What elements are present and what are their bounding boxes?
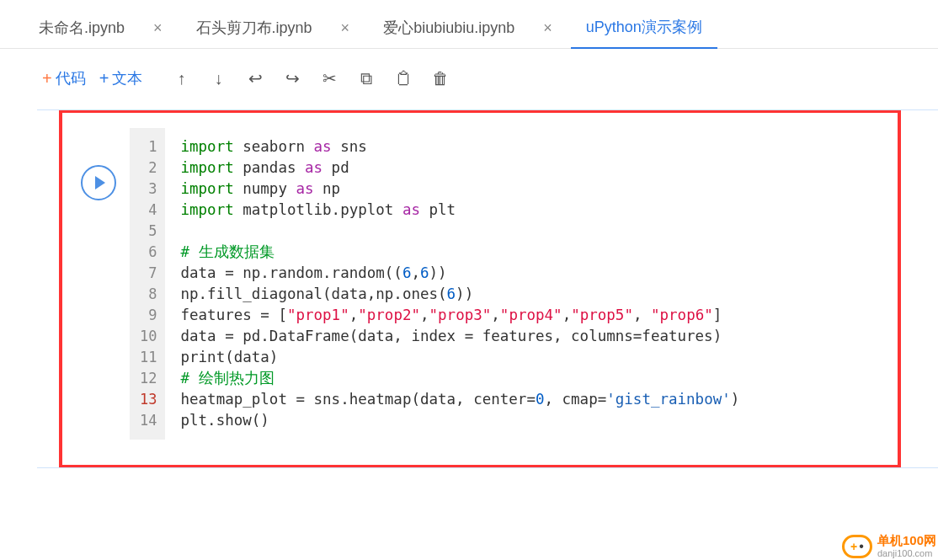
trash-icon: 🗑︎ [432,69,449,88]
move-down-button[interactable]: ↓ [201,63,235,93]
watermark-logo-icon [842,535,872,558]
add-code-label: 代码 [56,68,86,88]
run-button[interactable] [81,165,116,200]
paste-button[interactable]: 📋︎ [386,63,420,93]
code-area: 1234567891011121314 import seaborn as sn… [130,128,889,440]
plus-icon: + [99,69,109,88]
delete-button[interactable]: 🗑︎ [424,63,457,93]
close-icon[interactable]: × [150,19,166,37]
code-cell[interactable]: 1234567891011121314 import seaborn as sn… [59,109,901,468]
move-up-button[interactable]: ↑ [164,63,198,93]
arrow-up-icon: ↑ [177,69,185,88]
undo-icon: ↩ [248,68,263,88]
watermark-text-cn: 单机100网 [877,534,936,548]
watermark-text-en: danji100.com [877,548,936,558]
redo-icon: ↪ [285,68,300,88]
tab-3[interactable]: uPython演示案例 [571,7,717,49]
add-text-button[interactable]: + 文本 [94,65,148,92]
undo-button[interactable]: ↩ [238,63,272,93]
line-gutter: 1234567891011121314 [130,128,165,440]
code-editor[interactable]: import seaborn as snsimport pandas as pd… [180,128,739,440]
tab-1[interactable]: 石头剪刀布.ipynb × [181,7,369,49]
close-icon[interactable]: × [540,19,556,37]
add-code-button[interactable]: + 代码 [37,65,91,92]
watermark: 单机100网 danji100.com [842,534,936,558]
tab-label: 未命名.ipynb [39,18,125,38]
tab-bar: 未命名.ipynb × 石头剪刀布.ipynb × 爱心biubiubiu.ip… [0,0,938,49]
paste-icon: 📋︎ [395,69,412,88]
tab-2[interactable]: 爱心biubiubiu.ipynb × [368,7,571,49]
close-icon[interactable]: × [338,19,354,37]
toolbar: + 代码 + 文本 ↑ ↓ ↩ ↪ ✂ ⧉ 📋︎ 🗑︎ [0,49,938,108]
tab-label: 石头剪刀布.ipynb [196,18,312,38]
redo-button[interactable]: ↪ [275,63,309,93]
plus-icon: + [42,69,52,88]
copy-button[interactable]: ⧉ [349,63,383,93]
add-text-label: 文本 [112,68,142,88]
scissors-icon: ✂ [322,68,337,88]
cut-button[interactable]: ✂ [312,63,346,93]
tab-label: 爱心biubiubiu.ipynb [383,18,514,38]
tab-label: uPython演示案例 [586,17,702,37]
copy-icon: ⧉ [360,69,372,88]
arrow-down-icon: ↓ [214,69,222,88]
tab-0[interactable]: 未命名.ipynb × [24,7,181,49]
